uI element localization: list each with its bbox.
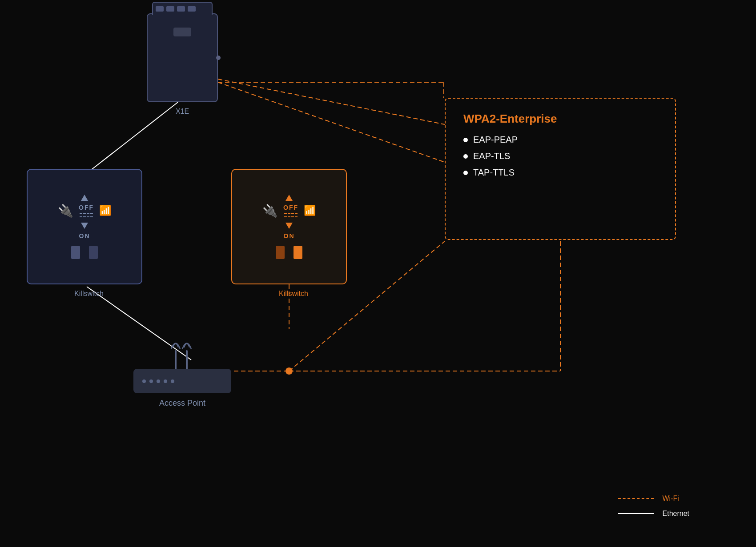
x1e-box <box>147 13 218 102</box>
x1e-device: X1E <box>142 13 222 116</box>
diagram-container: X1E 🔌 OFF 📶 <box>0 0 756 547</box>
killswitch-left: 🔌 OFF 📶 ON <box>27 169 151 298</box>
legend-ethernet-label: Ethernet <box>663 510 689 518</box>
wpa2-box: WPA2-Enterprise EAP-PEAP EAP-TLS TAP-TTL… <box>445 98 676 240</box>
ks-usb-left-2 <box>89 246 98 259</box>
ap-device: Access Point <box>133 333 231 408</box>
wpa2-bullet-3 <box>463 171 468 175</box>
svg-line-2 <box>218 82 445 162</box>
ap-antennas <box>169 333 196 369</box>
ap-led-1 <box>142 379 146 383</box>
ap-body <box>133 369 231 393</box>
killswitch-box-blue: 🔌 OFF 📶 ON <box>27 169 142 284</box>
killswitch-right: 🔌 OFF 📶 ON <box>231 169 356 298</box>
ks-off-label-right: OFF <box>283 204 298 211</box>
wpa2-item-1: EAP-PEAP <box>463 135 657 145</box>
x1e-side-port <box>216 56 221 60</box>
svg-line-7 <box>218 79 445 124</box>
ks-usb-left-1 <box>71 246 80 259</box>
ks-ethernet-icon-left: 🔌 <box>58 204 73 218</box>
access-point: Access Point <box>133 333 231 408</box>
ks-on-label-right: ON <box>284 232 295 240</box>
ks-arrow-down-right <box>286 223 293 229</box>
ap-antenna-left-svg <box>169 333 196 369</box>
ap-led-4 <box>164 379 167 383</box>
wpa2-item-2: EAP-TLS <box>463 151 657 161</box>
x1e-top <box>152 2 213 15</box>
ks-arrow-down-left <box>81 223 88 229</box>
legend-ethernet: Ethernet <box>618 510 689 518</box>
ap-led-2 <box>149 379 153 383</box>
killswitch-box-orange: 🔌 OFF 📶 ON <box>231 169 347 284</box>
ks-on-label-left: ON <box>79 232 90 240</box>
killswitch-label-left: Killswitch <box>27 290 151 298</box>
wpa2-title: WPA2-Enterprise <box>463 112 657 126</box>
ks-off-label-left: OFF <box>79 204 94 211</box>
ks-wifi-icon-left: 📶 <box>99 205 111 216</box>
legend: Wi-Fi Ethernet <box>618 495 689 525</box>
legend-ethernet-line <box>618 513 654 514</box>
wpa2-bullet-1 <box>463 138 468 142</box>
svg-point-5 <box>286 367 293 375</box>
legend-wifi: Wi-Fi <box>618 495 689 503</box>
wpa2-bullet-2 <box>463 154 468 159</box>
ks-arrow-up-right <box>286 195 293 201</box>
ks-arrow-up-left <box>81 195 88 201</box>
wpa2-item-3: TAP-TTLS <box>463 168 657 178</box>
legend-wifi-line <box>618 498 654 499</box>
ks-usb-right-1 <box>276 246 285 259</box>
legend-wifi-label: Wi-Fi <box>663 495 679 503</box>
ks-wifi-icon-right: 📶 <box>304 205 316 216</box>
ap-led-3 <box>157 379 160 383</box>
x1e-label: X1E <box>142 108 222 116</box>
ks-usb-right-2 <box>294 246 302 259</box>
x1e-button <box>173 28 191 36</box>
ks-ethernet-icon-right: 🔌 <box>262 204 278 218</box>
ap-label: Access Point <box>159 399 205 408</box>
ap-led-5 <box>171 379 174 383</box>
killswitch-label-right: Killswitch <box>231 290 356 298</box>
